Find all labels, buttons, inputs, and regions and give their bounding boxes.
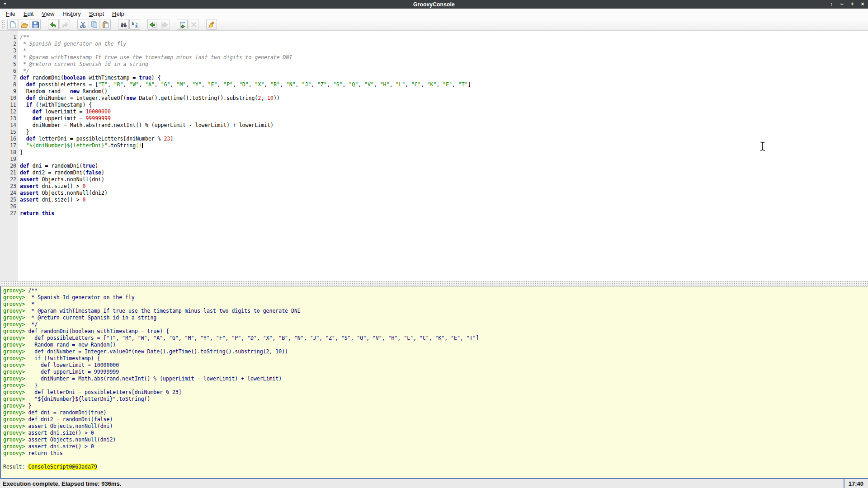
- menu-file[interactable]: File: [2, 9, 19, 18]
- copy-button[interactable]: [89, 19, 99, 30]
- groovy-prompt: groovy>: [3, 355, 28, 361]
- code-line: 19: [0, 156, 868, 163]
- toolbar-separator: [71, 24, 77, 25]
- line-number: 25: [0, 197, 16, 203]
- maximize-window-button[interactable]: +: [849, 0, 855, 9]
- save-file-button[interactable]: [30, 19, 41, 30]
- groovy-prompt: groovy>: [3, 416, 28, 422]
- groovy-console-window: ▼ GroovyConsole ↑−+× FileEditViewHistory…: [0, 0, 868, 488]
- toolbar-separator: [111, 24, 118, 25]
- output-code: def letterDni = possibleLetters[dniNumbe…: [28, 389, 181, 395]
- groovy-prompt: groovy>: [3, 436, 28, 443]
- output-code: * Spanish Id generator on the fly: [28, 294, 134, 300]
- history-next-icon: [160, 21, 168, 28]
- interrupt-icon: [190, 21, 198, 28]
- status-bar: Execution complete. Elapsed time: 936ms.…: [0, 478, 868, 488]
- output-lines: groovy> /**groovy> * Spanish Id generato…: [1, 287, 868, 457]
- output-code: def randomDni(boolean withTimestamp = tr…: [28, 328, 169, 334]
- code-line: 17 "${dniNumber}${letterDni}".toString(): [0, 142, 868, 149]
- line-number: 18: [0, 149, 16, 156]
- code-line: 3 *: [0, 47, 868, 54]
- undo-button[interactable]: [48, 19, 59, 30]
- line-number: 8: [0, 81, 16, 88]
- output-pane[interactable]: groovy> /**groovy> * Spanish Id generato…: [0, 286, 868, 478]
- open-file-icon: [20, 21, 28, 28]
- status-message: Execution complete. Elapsed time: 936ms.: [0, 480, 844, 487]
- window-title: GroovyConsole: [0, 1, 868, 8]
- groovy-prompt: groovy>: [3, 308, 28, 314]
- result-line: Result: ConsoleScript0@63ada79: [1, 464, 868, 470]
- output-line: groovy> assert Objects.nonNull(dni): [1, 423, 868, 430]
- copy-icon: [90, 21, 98, 28]
- title-bar[interactable]: ▼ GroovyConsole ↑−+×: [0, 0, 868, 9]
- history-previous-button[interactable]: [147, 19, 158, 30]
- code-line: 9 Random rand = new Random(): [0, 88, 868, 95]
- paste-button[interactable]: [100, 19, 111, 30]
- output-line: groovy> return this: [1, 450, 868, 457]
- line-number: 16: [0, 136, 16, 142]
- menu-view[interactable]: View: [38, 9, 58, 18]
- cut-button[interactable]: [77, 19, 88, 30]
- code-editor[interactable]: 1/**2 * Spanish Id generator on the fly3…: [0, 31, 868, 281]
- line-number: 14: [0, 122, 16, 129]
- paste-icon: [102, 21, 109, 28]
- find-button[interactable]: [118, 19, 129, 30]
- groovy-prompt: groovy>: [3, 423, 28, 429]
- pane-splitter[interactable]: [0, 281, 868, 286]
- code-line: 13 def upperLimit = 99999999: [0, 115, 868, 122]
- window-menu-icon[interactable]: ▼: [3, 2, 7, 6]
- code-line: 24assert Objects.nonNull(dni2): [0, 190, 868, 197]
- output-line: groovy> def lowerLimit = 10000000: [1, 362, 868, 369]
- code-line: 18}: [0, 149, 868, 156]
- open-file-button[interactable]: [19, 19, 29, 30]
- history-next-button: [159, 19, 170, 30]
- line-number: 1: [0, 34, 16, 41]
- execute-icon: [179, 21, 186, 28]
- clear-output-button[interactable]: [206, 19, 217, 30]
- toolbar-separator: [141, 24, 147, 25]
- output-line: groovy> if (!withTimestamp) {: [1, 355, 868, 362]
- line-number: 20: [0, 163, 16, 169]
- result-label: Result:: [3, 464, 28, 470]
- new-file-icon: [9, 21, 17, 28]
- clear-output-icon: [208, 21, 216, 28]
- line-number: 11: [0, 102, 16, 108]
- menu-script[interactable]: Script: [85, 9, 108, 18]
- menu-history[interactable]: History: [58, 9, 85, 18]
- minimize-window-button[interactable]: −: [839, 0, 845, 9]
- shade-window-button[interactable]: ↑: [828, 0, 835, 9]
- menu-edit[interactable]: Edit: [19, 9, 38, 18]
- execute-script-button[interactable]: [177, 19, 188, 30]
- code-line: 26: [0, 203, 868, 210]
- replace-button[interactable]: ba: [129, 19, 140, 30]
- output-code: def dni = randomDni(true): [28, 409, 106, 416]
- line-number: 3: [0, 47, 16, 54]
- groovy-prompt: groovy>: [3, 430, 28, 436]
- output-line: groovy> def possibleLetters = ["T", "R",…: [1, 335, 868, 342]
- output-line: groovy> "${dniNumber}${letterDni}".toStr…: [1, 396, 868, 403]
- output-code: assert Objects.nonNull(dni2): [28, 436, 116, 443]
- groovy-prompt: groovy>: [3, 396, 28, 402]
- output-line: groovy> }: [1, 382, 868, 389]
- new-file-button[interactable]: [7, 19, 18, 30]
- close-window-button[interactable]: ×: [859, 0, 866, 9]
- line-number: 17: [0, 142, 16, 149]
- output-line: groovy> * @return current Spanish id in …: [1, 314, 868, 321]
- groovy-prompt: groovy>: [3, 369, 28, 375]
- output-code: def lowerLimit = 10000000: [28, 362, 119, 368]
- output-code: def dniNumber = Integer.valueOf(new Date…: [28, 348, 288, 355]
- line-number: 12: [0, 108, 16, 115]
- menu-help[interactable]: Help: [108, 9, 128, 18]
- groovy-prompt: groovy>: [3, 314, 28, 321]
- output-line: groovy> def dni2 = randomDni(false): [1, 416, 868, 423]
- output-code: *: [28, 301, 34, 307]
- toolbar-drag-handle[interactable]: [1, 20, 5, 29]
- output-line: groovy> assert dni.size() > 0: [1, 443, 868, 450]
- groovy-prompt: groovy>: [3, 348, 28, 355]
- line-number: 15: [0, 129, 16, 136]
- groovy-prompt: groovy>: [3, 389, 28, 395]
- groovy-prompt: groovy>: [3, 301, 28, 307]
- line-number: 24: [0, 190, 16, 197]
- groovy-prompt: groovy>: [3, 287, 28, 294]
- line-number: 6: [0, 68, 16, 75]
